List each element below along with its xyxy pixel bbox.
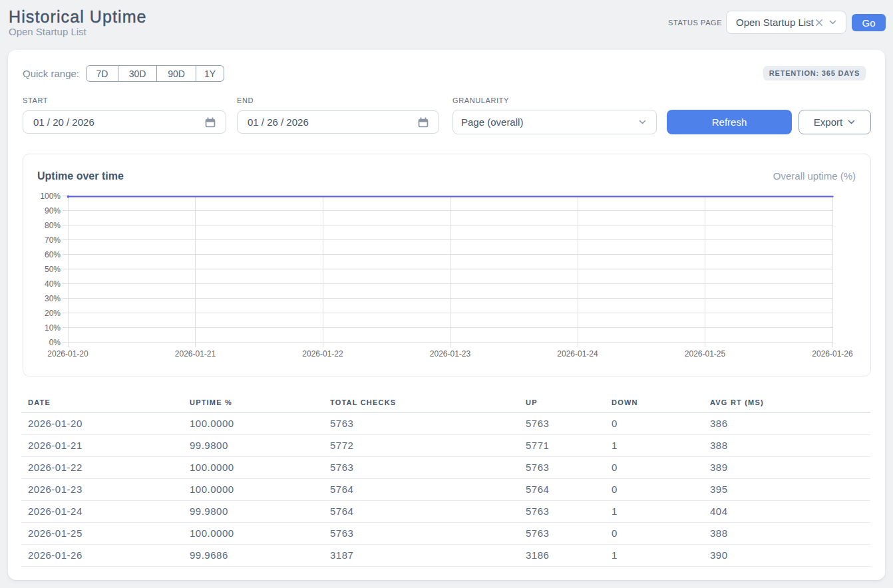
svg-text:2026-01-25: 2026-01-25 — [685, 349, 726, 359]
svg-text:2026-01-26: 2026-01-26 — [812, 349, 853, 359]
svg-text:60%: 60% — [45, 250, 61, 259]
svg-text:20%: 20% — [45, 309, 61, 318]
svg-text:2026-01-21: 2026-01-21 — [175, 349, 216, 359]
svg-text:100%: 100% — [40, 192, 61, 201]
svg-text:30%: 30% — [45, 294, 61, 303]
svg-text:40%: 40% — [45, 279, 61, 289]
svg-text:2026-01-24: 2026-01-24 — [557, 349, 598, 359]
svg-text:0%: 0% — [49, 338, 61, 347]
svg-text:10%: 10% — [45, 323, 61, 333]
svg-text:2026-01-22: 2026-01-22 — [302, 349, 343, 359]
svg-text:2026-01-20: 2026-01-20 — [47, 349, 89, 359]
svg-text:2026-01-23: 2026-01-23 — [430, 349, 471, 359]
svg-text:80%: 80% — [45, 221, 61, 230]
svg-text:50%: 50% — [45, 265, 61, 274]
svg-text:90%: 90% — [45, 206, 61, 216]
svg-text:70%: 70% — [45, 235, 61, 245]
